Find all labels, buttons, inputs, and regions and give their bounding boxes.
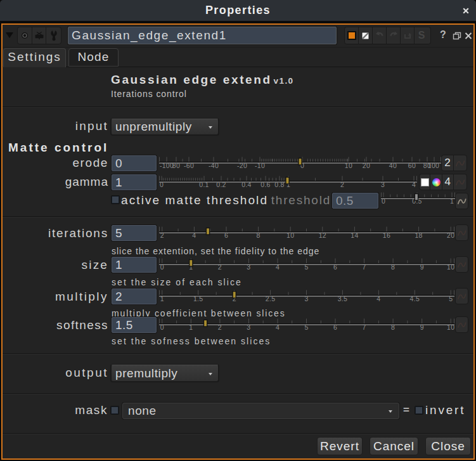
svg-text:0.2: 0.2 <box>216 181 226 188</box>
svg-text:6: 6 <box>224 231 228 239</box>
svg-text:0: 0 <box>160 323 164 331</box>
svg-text:0: 0 <box>160 181 164 188</box>
svg-text:10: 10 <box>286 231 294 239</box>
svg-text:5: 5 <box>304 263 308 271</box>
svg-text:3: 3 <box>247 263 250 271</box>
svg-text:0.8: 0.8 <box>274 181 285 188</box>
svg-text:6: 6 <box>333 323 337 331</box>
svg-text:7: 7 <box>363 263 366 271</box>
svg-text:5: 5 <box>449 295 453 302</box>
svg-text:60: 60 <box>408 162 416 169</box>
svg-text:9: 9 <box>420 263 424 271</box>
svg-text:4: 4 <box>276 263 280 271</box>
svg-text:-100: -100 <box>160 162 174 169</box>
svg-text:16: 16 <box>383 231 390 239</box>
svg-text:1: 1 <box>160 295 164 302</box>
svg-text:2: 2 <box>218 263 222 271</box>
svg-text:2: 2 <box>160 231 164 239</box>
svg-text:1.5: 1.5 <box>193 295 203 302</box>
svg-text:-10: -10 <box>255 162 265 169</box>
svg-text:3.5: 3.5 <box>338 295 348 302</box>
svg-text:8: 8 <box>391 323 395 331</box>
svg-text:1: 1 <box>189 323 193 331</box>
svg-text:4: 4 <box>376 295 380 302</box>
svg-text:0: 0 <box>160 263 164 271</box>
svg-text:-20: -20 <box>237 162 247 169</box>
svg-text:10: 10 <box>345 162 352 169</box>
svg-text:4.5: 4.5 <box>410 295 420 302</box>
svg-text:9: 9 <box>420 323 424 331</box>
svg-text:2.5: 2.5 <box>266 295 276 302</box>
svg-text:2: 2 <box>340 181 344 188</box>
svg-text:4: 4 <box>276 323 280 331</box>
svg-text:80: 80 <box>172 162 180 169</box>
svg-text:10: 10 <box>447 323 454 331</box>
svg-text:3: 3 <box>381 181 385 188</box>
svg-text:20: 20 <box>363 162 370 169</box>
svg-text:12: 12 <box>319 231 326 239</box>
svg-text:18: 18 <box>415 231 422 239</box>
svg-text:-60: -60 <box>184 162 194 169</box>
svg-text:20: 20 <box>447 231 454 239</box>
svg-text:3: 3 <box>247 323 250 331</box>
svg-text:14: 14 <box>351 231 358 239</box>
svg-text:1: 1 <box>450 197 454 205</box>
svg-text:2: 2 <box>218 323 222 331</box>
svg-text:3: 3 <box>304 295 308 302</box>
svg-text:8: 8 <box>391 263 395 271</box>
svg-text:0: 0 <box>382 197 385 205</box>
svg-text:0.6: 0.6 <box>261 181 271 188</box>
svg-text:0.1: 0.1 <box>199 181 209 188</box>
svg-text:10: 10 <box>447 263 454 271</box>
svg-text:-40: -40 <box>209 162 219 169</box>
svg-text:40: 40 <box>389 162 397 169</box>
svg-text:4: 4 <box>412 181 416 188</box>
svg-text:5: 5 <box>304 323 308 331</box>
svg-text:7: 7 <box>363 323 366 331</box>
svg-text:4: 4 <box>192 231 196 239</box>
svg-text:100: 100 <box>428 162 439 169</box>
svg-text:8: 8 <box>257 231 261 239</box>
svg-text:6: 6 <box>333 263 337 271</box>
svg-text:0.4: 0.4 <box>241 181 252 188</box>
